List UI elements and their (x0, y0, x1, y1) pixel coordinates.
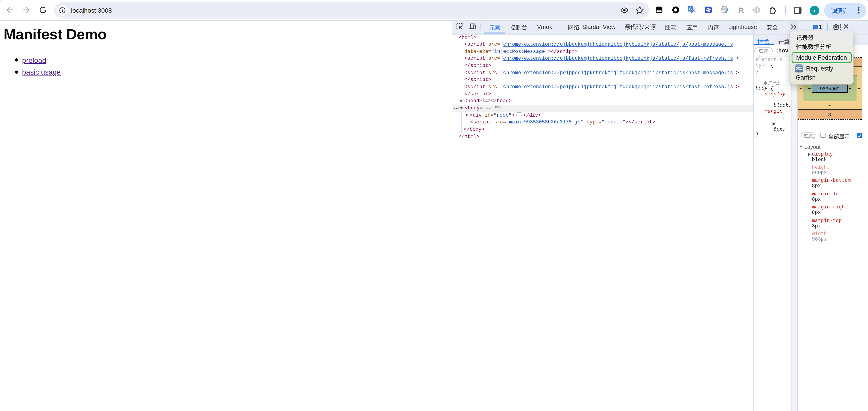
svg-text:R: R (738, 6, 744, 14)
svg-text:G: G (689, 6, 692, 11)
